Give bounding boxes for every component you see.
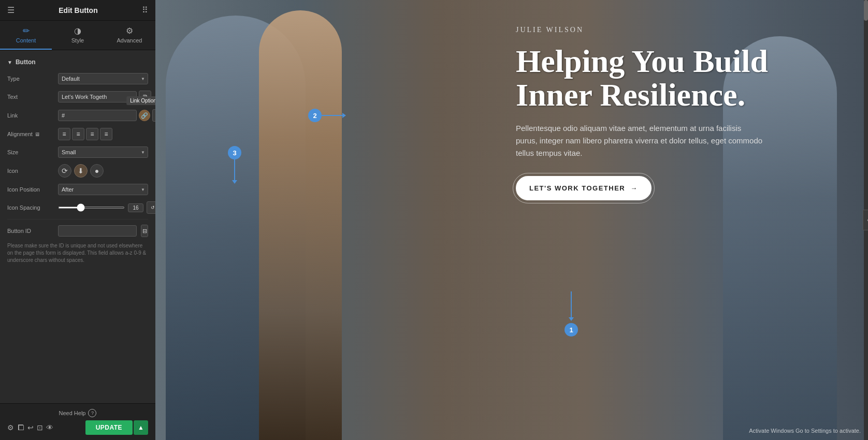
alignment-row: Alignment 🖥 ≡ ≡ ≡ ≡ — [0, 125, 155, 143]
button-id-clear[interactable]: ⊟ — [141, 225, 148, 237]
button-id-input[interactable] — [58, 225, 137, 237]
divider-1 — [7, 219, 148, 219]
text-input[interactable] — [58, 91, 137, 102]
annotation-2-arrow — [342, 113, 346, 118]
icon-spacing-label: Icon Spacing — [7, 204, 54, 211]
annotation-1-line — [571, 291, 572, 317]
footer-actions: ⚙ ⧠ ↩ ⊡ 👁 UPDATE ▲ — [7, 420, 148, 435]
icon-position-select-wrapper: After — [58, 184, 148, 195]
icon-row: Icon ⟳ ⬇ ● — [0, 161, 155, 181]
type-label: Type — [7, 76, 54, 82]
right-preview-panel: JULIE WILSON Helping You Build Inner Res… — [155, 0, 868, 440]
activate-windows: Activate Windows Go to Settings to activ… — [749, 427, 861, 435]
type-row: Type Default — [0, 70, 155, 87]
undo-icon[interactable]: ↩ — [27, 423, 34, 432]
icon-spacing-row: Icon Spacing ↺ — [0, 198, 155, 217]
panel-body: ▼ Button Type Default Text ⧉ Li — [0, 50, 155, 403]
section-collapse-icon[interactable]: ▼ — [7, 60, 12, 65]
hamburger-icon[interactable]: ☰ — [7, 5, 15, 15]
left-panel: ☰ Edit Button ⠿ ✏ Content ◑ Style ⚙ Adva… — [0, 0, 155, 440]
icon-spacing-control: ↺ — [58, 201, 155, 214]
annotation-1-circle: 1 — [565, 323, 578, 336]
link-control: Link Options 🔗 ⊟ — [58, 109, 155, 122]
grid-icon[interactable]: ⠿ — [142, 5, 148, 15]
settings-icon[interactable]: ⚙ — [7, 423, 14, 432]
alignment-label: Alignment 🖥 — [7, 131, 54, 137]
icon-spacing-reset[interactable]: ↺ — [147, 201, 155, 214]
halfcircle-icon: ◑ — [74, 26, 81, 36]
size-select[interactable]: Small — [58, 146, 148, 158]
align-left-btn[interactable]: ≡ — [58, 128, 70, 140]
icon-spacing-slider[interactable] — [58, 207, 125, 209]
annotation-2-line — [322, 115, 342, 116]
link-options-btn[interactable]: 🔗 — [139, 110, 150, 121]
tab-style[interactable]: ◑ Style — [52, 21, 104, 50]
icon-position-row: Icon Position After — [0, 181, 155, 198]
align-justify-btn[interactable]: ≡ — [100, 128, 112, 140]
type-select[interactable]: Default — [58, 73, 148, 84]
panel-title: Edit Button — [59, 6, 97, 14]
button-id-help: Please make sure the ID is unique and no… — [0, 240, 155, 269]
size-select-wrapper: Small — [58, 146, 148, 158]
hero-desc: Pellentesque odio aliquam vitae amet, el… — [516, 122, 764, 159]
hero-title: Helping You Build Inner Resilience. — [516, 45, 827, 112]
icon-pick-2[interactable]: ⬇ — [74, 164, 88, 178]
link-options-tooltip: Link Options — [126, 96, 155, 105]
annotation-3-circle: 3 — [228, 146, 241, 159]
history-icon[interactable]: ⊡ — [37, 423, 43, 432]
update-button[interactable]: UPDATE — [85, 420, 133, 435]
site-name: JULIE WILSON — [516, 26, 827, 34]
content-area: JULIE WILSON Helping You Build Inner Res… — [516, 26, 827, 200]
update-arrow-button[interactable]: ▲ — [134, 420, 148, 435]
cta-outer-border — [513, 173, 655, 203]
text-label: Text — [7, 94, 54, 100]
annotation-3-line — [234, 159, 235, 180]
scrollbar-thumb[interactable] — [864, 0, 868, 21]
icon-pick-3[interactable]: ● — [90, 164, 104, 178]
help-icon[interactable]: ? — [88, 409, 96, 417]
type-control: Default — [58, 73, 148, 84]
tab-advanced[interactable]: ⚙ Advanced — [104, 21, 155, 50]
need-help: Need Help ? — [7, 409, 148, 417]
layers-icon[interactable]: ⧠ — [17, 423, 24, 432]
icon-position-select[interactable]: After — [58, 184, 148, 195]
alignment-control: ≡ ≡ ≡ ≡ — [58, 128, 148, 140]
align-right-btn[interactable]: ≡ — [86, 128, 98, 140]
icon-position-label: Icon Position — [7, 186, 54, 193]
panel-footer: Need Help ? ⚙ ⧠ ↩ ⊡ 👁 UPDATE ▲ — [0, 403, 155, 440]
pencil-icon: ✏ — [23, 26, 30, 36]
annotation-1-arrow — [569, 317, 574, 321]
icon-position-control: After — [58, 184, 148, 195]
size-label: Size — [7, 149, 54, 155]
annotation-3-arrow — [232, 180, 237, 184]
size-control: Small — [58, 146, 148, 158]
annotation-2: 2 — [308, 109, 346, 122]
gear-icon: ⚙ — [126, 26, 133, 36]
section-button-header: ▼ Button — [0, 55, 155, 70]
cta-button-wrapper: LET'S WORK TOGETHER → — [516, 176, 652, 200]
size-row: Size Small — [0, 143, 155, 161]
monitor-icon: 🖥 — [35, 131, 40, 137]
align-center-btn[interactable]: ≡ — [72, 128, 84, 140]
panel-collapse-handle[interactable]: ‹ — [863, 210, 868, 230]
icon-spacing-value[interactable] — [128, 203, 143, 212]
icon-pick-1[interactable]: ⟳ — [58, 164, 71, 178]
annotation-3: 3 — [228, 146, 241, 184]
section-button-label: Button — [16, 58, 36, 66]
panel-tabs: ✏ Content ◑ Style ⚙ Advanced — [0, 21, 155, 50]
annotation-1: 1 — [565, 291, 578, 336]
button-id-label: Button ID — [7, 228, 54, 234]
need-help-label: Need Help — [59, 410, 86, 416]
icon-control: ⟳ ⬇ ● — [58, 164, 148, 178]
tab-content[interactable]: ✏ Content — [0, 21, 52, 50]
panel-header: ☰ Edit Button ⠿ — [0, 0, 155, 21]
link-input[interactable] — [58, 110, 137, 121]
annotation-2-circle: 2 — [308, 109, 322, 122]
person-mid — [259, 10, 342, 440]
type-select-wrapper: Default — [58, 73, 148, 84]
link-options-tooltip-box: Link Options 🔗 — [139, 110, 150, 121]
button-id-row: Button ID ⊟ — [0, 222, 155, 240]
footer-icons: ⚙ ⧠ ↩ ⊡ 👁 — [7, 423, 53, 432]
icon-label: Icon — [7, 168, 54, 174]
eye-icon[interactable]: 👁 — [46, 423, 53, 432]
